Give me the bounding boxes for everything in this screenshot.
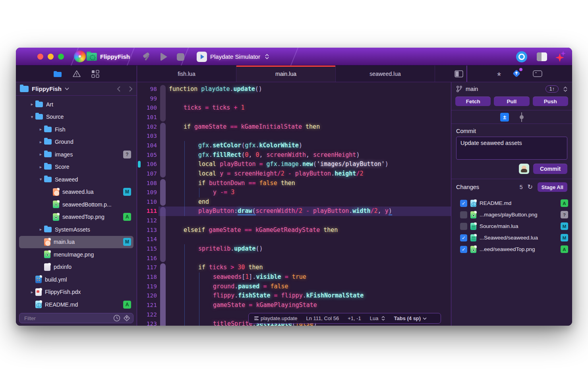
commit-button[interactable]: Commit xyxy=(533,164,567,174)
tree-row-pdxinfo[interactable]: pdxinfo xyxy=(19,261,133,274)
zoom-button[interactable] xyxy=(58,54,64,60)
disclosure-icon[interactable]: ▸ xyxy=(29,102,35,107)
tree-row-main.lua[interactable]: main.luaM xyxy=(19,236,133,249)
code-line-111[interactable]: 111playButton:draw(screenWidth/2 - playB… xyxy=(137,207,451,216)
tree-row-Seaweed[interactable]: ▾Seaweed xyxy=(19,173,133,186)
push-button[interactable]: Push xyxy=(533,97,568,106)
ai-button[interactable] xyxy=(555,51,566,62)
code-line-119[interactable]: 119ground.paused = false xyxy=(137,282,451,292)
code-line-101[interactable]: 101 xyxy=(137,113,451,122)
commit-message-input[interactable]: Update seaweed assets xyxy=(460,139,564,157)
change-row-Source/main.lua[interactable]: Source/main.luaM xyxy=(460,220,568,232)
remote-sync-icon[interactable] xyxy=(512,69,522,79)
terminal-box-icon[interactable] xyxy=(533,70,542,77)
code-line-116[interactable]: 116 xyxy=(137,254,451,263)
code-line-118[interactable]: 118seaweeds[1].visible = true xyxy=(137,272,451,282)
split-editor-button[interactable] xyxy=(451,66,467,82)
code-line-105[interactable]: 105gfx.fillRect(0, 0, screenWidth, scree… xyxy=(137,151,451,160)
tab-main.lua[interactable]: main.lua xyxy=(236,66,336,82)
disclosure-icon[interactable]: ▾ xyxy=(37,177,44,182)
code-line-114[interactable]: 114 xyxy=(137,235,451,244)
git-change-marker[interactable] xyxy=(138,161,141,168)
stage-all-button[interactable]: Stage All xyxy=(538,182,567,192)
simulator-selector[interactable]: Playdate Simulator xyxy=(197,48,269,66)
language-selector[interactable]: Lua xyxy=(370,315,385,321)
forward-icon[interactable] xyxy=(129,86,133,92)
disclosure-icon[interactable]: ▸ xyxy=(37,227,44,232)
stage-checkbox[interactable]: ✓ xyxy=(460,200,467,207)
disclosure-icon[interactable]: ▸ xyxy=(37,164,44,170)
tree-row-README.md[interactable]: README.mdA xyxy=(19,298,133,311)
change-row-README.md[interactable]: ✓README.mdA xyxy=(460,197,568,209)
recent-clock-icon[interactable] xyxy=(113,315,120,322)
tree-row-Art[interactable]: ▸Art xyxy=(19,98,133,111)
change-row-...eed/seaweedTop.png[interactable]: ✓...eed/seaweedTop.pngA xyxy=(460,243,568,255)
tree-row-seaweedTop.png[interactable]: seaweedTop.pngA xyxy=(19,211,133,224)
code-line-99[interactable]: 99 xyxy=(137,94,451,104)
tab-seaweed.lua[interactable]: seaweed.lua xyxy=(336,66,435,82)
disclosure-icon[interactable]: ▸ xyxy=(37,152,44,157)
preview-button[interactable] xyxy=(516,51,527,62)
disclosure-icon[interactable]: ▾ xyxy=(29,114,35,120)
symbol-path[interactable]: playdate.update xyxy=(254,315,298,321)
tree-row-SystemAssets[interactable]: ▸SystemAssets xyxy=(19,223,133,236)
extensions-grid-icon[interactable] xyxy=(91,70,99,78)
refresh-icon[interactable]: ↻ xyxy=(527,184,532,190)
stage-checkbox[interactable] xyxy=(460,211,467,218)
disclosure-icon[interactable]: ▸ xyxy=(37,139,44,145)
code-line-107[interactable]: 107local y = screenHeight/2 - playButton… xyxy=(137,169,451,179)
change-row-...Seaweed/seaweed.lua[interactable]: ✓...Seaweed/seaweed.luaM xyxy=(460,232,568,243)
history-tab-icon[interactable] xyxy=(520,112,523,122)
changes-tab-icon[interactable]: ± xyxy=(500,113,509,122)
code-line-103[interactable]: 103 xyxy=(137,131,451,141)
code-line-108[interactable]: 108if buttonDown == false then xyxy=(137,179,451,188)
tree-row-seaweedBottom.p...[interactable]: seaweedBottom.p... xyxy=(19,198,133,211)
stage-checkbox[interactable] xyxy=(460,223,467,230)
stage-checkbox[interactable]: ✓ xyxy=(460,234,467,241)
fetch-button[interactable]: Fetch xyxy=(455,97,491,106)
files-folder-icon[interactable] xyxy=(53,70,62,77)
tree-row-FlippyFish.pdx[interactable]: ▸FlippyFish.pdx xyxy=(19,286,133,299)
tree-row-build.yml[interactable]: build.yml xyxy=(19,273,133,286)
minimize-button[interactable] xyxy=(48,54,54,60)
code-line-100[interactable]: 100ticks = ticks + 1 xyxy=(137,103,451,113)
publish-diamond-icon[interactable] xyxy=(123,314,131,322)
project-header[interactable]: FlippyFish xyxy=(16,82,137,96)
code-line-112[interactable]: 112 xyxy=(137,216,451,226)
panel-toggle-button[interactable] xyxy=(536,51,547,62)
run-button[interactable] xyxy=(158,51,169,62)
tree-row-seaweed.lua[interactable]: seaweed.luaM xyxy=(19,186,133,199)
code-line-104[interactable]: 104gfx.setColor(gfx.kColorWhite) xyxy=(137,141,451,151)
project-chip[interactable]: FlippyFish xyxy=(87,48,130,66)
disclosure-icon[interactable]: ▸ xyxy=(29,290,35,295)
tree-row-Ground[interactable]: ▸Ground xyxy=(19,136,133,149)
filter-input[interactable] xyxy=(23,315,111,322)
build-button[interactable] xyxy=(141,51,153,62)
tree-row-Score[interactable]: ▸Score xyxy=(19,161,133,174)
cursor-position[interactable]: Ln 111, Col 56 xyxy=(306,315,339,321)
tree-row-images[interactable]: ▸images? xyxy=(19,148,133,161)
indentation-selector[interactable]: Tabs (4 sp) xyxy=(394,315,427,321)
back-icon[interactable] xyxy=(117,86,120,92)
pull-button[interactable]: Pull xyxy=(494,97,529,106)
code-editor[interactable]: 98function playdate.update()99100ticks =… xyxy=(137,82,451,326)
code-line-110[interactable]: 110end xyxy=(137,197,451,207)
tree-row-Source[interactable]: ▾Source xyxy=(19,111,133,124)
branch-chevron-updown-icon[interactable] xyxy=(563,87,567,92)
code-line-117[interactable]: 117if ticks > 30 then xyxy=(137,263,451,272)
code-line-106[interactable]: 106local playButton = gfx.image.new('ima… xyxy=(137,160,451,169)
change-row-...mages/playButton.png[interactable]: ...mages/playButton.png? xyxy=(460,209,568,220)
code-line-109[interactable]: 109y -= 3 xyxy=(137,188,451,197)
close-button[interactable] xyxy=(37,54,43,60)
code-line-98[interactable]: 98function playdate.update() xyxy=(137,85,451,94)
stage-checkbox[interactable]: ✓ xyxy=(460,246,467,253)
tree-row-menuImage.png[interactable]: menuImage.png xyxy=(19,248,133,261)
tree-row-Fish[interactable]: ▸Fish xyxy=(19,123,133,136)
tab-fish.lua[interactable]: fish.lua xyxy=(137,66,236,82)
code-line-102[interactable]: 102if gameState == kGameInitialState the… xyxy=(137,122,451,132)
issues-warning-icon[interactable] xyxy=(72,70,81,77)
disclosure-icon[interactable]: ▸ xyxy=(37,127,44,132)
code-line-121[interactable]: 121gameState = kGamePlayingState xyxy=(137,301,451,310)
code-line-115[interactable]: 115spritelib.update() xyxy=(137,244,451,254)
code-line-120[interactable]: 120flippy.fishState = flippy.kFishNormal… xyxy=(137,291,451,301)
